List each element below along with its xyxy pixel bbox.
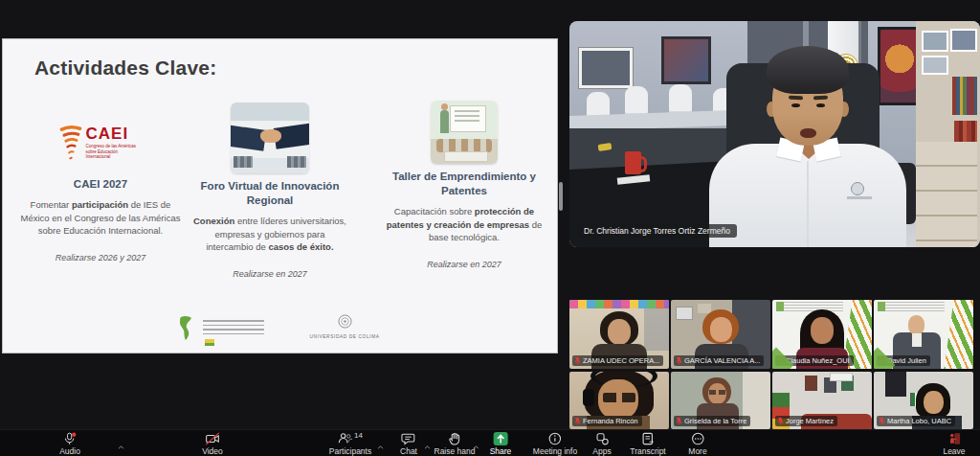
column-body: Conexión entre líderes universitarios, e… [190, 215, 349, 254]
participants-button[interactable]: 14 Participants [329, 432, 371, 456]
shelf-frame [922, 56, 948, 75]
participant-tile[interactable]: Fernanda Rincón [569, 372, 669, 429]
wall-art-frame [661, 36, 711, 84]
caei-tagline: Congreso de las Américas sobre Educación… [86, 144, 144, 160]
tile-scene [644, 308, 669, 351]
column-body: Capacitación sobre protección de patente… [384, 205, 545, 244]
speaker-eyebrow [789, 96, 803, 101]
participant-face [811, 317, 834, 344]
participant-face [608, 319, 631, 345]
transcript-icon [641, 432, 654, 445]
speaker-eye [791, 103, 800, 107]
wall-poster [885, 372, 906, 397]
speaker-mouth [800, 128, 816, 138]
meeting-toolbar: Audio Video 1 [0, 429, 980, 456]
participant-tile[interactable]: Jorge Martínez [772, 372, 872, 429]
participant-tile[interactable]: ZAMIA UDEC OPERA... [569, 300, 669, 369]
participant-name-label: David Julien [877, 355, 930, 366]
caei-logo: CAEI Congreso de las Américas sobre Educ… [18, 114, 183, 171]
speaker-eye [816, 103, 825, 107]
audience-heads [436, 139, 492, 152]
participant-name-label: Griselda de la Torre [674, 416, 750, 426]
mic-icon [63, 432, 78, 445]
gallery-next-arrow[interactable]: › [963, 351, 968, 365]
oui-flag-box [205, 339, 214, 346]
audio-button[interactable]: Audio [59, 432, 80, 456]
shirt-crest-text [847, 196, 872, 199]
book-row [952, 77, 977, 115]
speaker-eyebrow [813, 96, 828, 101]
more-button[interactable]: More [688, 432, 706, 456]
oui-logo-text-lines [203, 320, 264, 337]
zoom-meeting-window: Actividades Clave: CAEI Congreso de las [0, 0, 980, 456]
papel-picado-banner [569, 300, 669, 308]
chat-label: Chat [400, 446, 417, 456]
participant-tile[interactable]: GARCÍA VALENCIA A... [671, 300, 770, 369]
participant-name-label: Martha Lobo, UABC [877, 416, 955, 426]
share-button[interactable]: Share [490, 432, 512, 456]
participant-tile[interactable]: Martha Lobo, UABC [874, 372, 973, 429]
muted-mic-icon [676, 356, 682, 365]
raise-hand-button[interactable]: Raise hand [434, 432, 475, 456]
speaker-video[interactable]: Dr. Christian Jorge Torres Ortiz Zermeño [569, 21, 980, 247]
coffee-mug [625, 151, 641, 174]
participant-name-label: Jorge Martínez [775, 416, 837, 426]
participant-tile[interactable]: Griselda de la Torre [671, 372, 770, 429]
oui-americas-map-icon [175, 315, 198, 341]
raise-hand-label: Raise hand [434, 446, 475, 456]
participant-tile[interactable]: David Julien [874, 300, 973, 369]
chat-options-caret[interactable] [424, 436, 431, 453]
audio-options-caret[interactable] [118, 436, 124, 453]
meeting-info-button[interactable]: Meeting info [533, 432, 577, 456]
share-screen-icon [494, 432, 508, 445]
transcript-button[interactable]: Transcript [630, 432, 665, 456]
handshake-crowd-left [234, 156, 253, 168]
oui-virtual-background-logo [878, 302, 945, 311]
shelf-frame [922, 31, 948, 52]
column-body: Fomentar participación de IES de México … [18, 198, 183, 238]
udec-logo: UNIVERSIDAD DE COLIMA [304, 314, 385, 339]
leave-icon [947, 432, 961, 445]
more-icon [691, 432, 704, 445]
slide-column-taller: Taller de Emprendimiento y Patentes Capa… [384, 101, 545, 269]
panel-resize-handle[interactable] [559, 182, 563, 211]
participant-tile[interactable]: Claudia Nuñez_OUI [772, 300, 872, 369]
oui-virtual-background-logo [776, 302, 843, 311]
presenter-figure [440, 110, 449, 133]
chat-button[interactable]: Chat [400, 432, 417, 456]
oui-logo [175, 315, 264, 341]
muted-mic-icon [574, 417, 581, 425]
wall-frame [677, 308, 692, 319]
leave-button[interactable]: Leave [943, 432, 965, 456]
participant-name-label: GARCÍA VALENCIA A... [674, 355, 764, 366]
slide-column-foro: Foro Virtual de Innovación Regional Cone… [190, 103, 349, 279]
muted-mic-icon [676, 417, 682, 425]
participant-face [710, 317, 732, 342]
meeting-info-label: Meeting info [533, 446, 577, 456]
participant-face [924, 391, 944, 414]
column-heading: Foro Virtual de Innovación Regional [190, 179, 349, 208]
chat-icon [402, 432, 416, 445]
transcript-label: Transcript [630, 446, 665, 456]
apps-label: Apps [592, 446, 611, 456]
whiteboard-marks [455, 110, 479, 124]
slide-column-caei: CAEI Congreso de las Américas sobre Educ… [18, 114, 183, 262]
wall-photo-frame [579, 48, 633, 88]
apps-button[interactable]: Apps [592, 432, 611, 456]
participants-count: 14 [354, 432, 363, 440]
oui-virtual-background-stripes [943, 300, 973, 369]
raise-hand-icon [448, 432, 460, 445]
air-conditioner [830, 373, 853, 381]
udec-name: UNIVERSIDAD DE COLIMA [304, 334, 385, 339]
apps-icon [595, 432, 609, 445]
share-label: Share [490, 446, 512, 456]
participants-label: Participants [329, 446, 371, 456]
participants-options-caret[interactable] [377, 436, 384, 453]
slide-title: Actividades Clave: [34, 57, 216, 80]
column-footnote: Realizarse en 2027 [190, 269, 349, 279]
shelf-frame [950, 29, 977, 52]
raise-hand-options-caret[interactable] [473, 436, 479, 453]
video-button[interactable]: Video [202, 432, 223, 456]
column-footnote: Realizarse 2026 y 2027 [18, 253, 183, 262]
more-label: More [688, 446, 706, 456]
